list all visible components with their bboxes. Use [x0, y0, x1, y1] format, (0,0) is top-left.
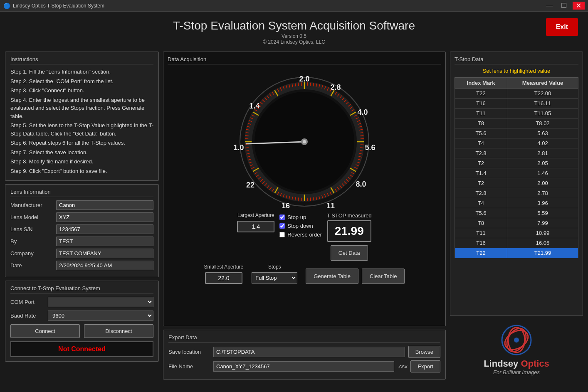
- save-location-input[interactable]: [213, 347, 405, 357]
- stop-down-checkbox[interactable]: [279, 223, 285, 229]
- measured-cell: 10.99: [507, 228, 578, 238]
- file-name-row: File Name .csv Export: [168, 360, 440, 372]
- stop-up-checkbox[interactable]: [279, 214, 285, 220]
- company-row: Company: [10, 249, 153, 258]
- smallest-aperture-col: Smallest Aperture: [204, 264, 244, 284]
- data-acq-title: Data Acquisition: [168, 56, 441, 64]
- index-cell: T8: [455, 218, 507, 228]
- step3: Step 3. Click "Connect" button.: [10, 86, 153, 95]
- file-name-label: File Name: [168, 363, 210, 370]
- stop-up-label: Stop up: [287, 214, 306, 220]
- lens-sn-row: Lens S/N: [10, 224, 153, 234]
- table-row: T16T16.11: [455, 99, 578, 108]
- title-bar-text: Lindsey Optics T-Stop Evaluation System: [13, 3, 104, 9]
- svg-line-74: [310, 197, 311, 201]
- instructions-title: Instructions: [10, 56, 153, 64]
- measured-cell: T21.99: [507, 248, 578, 258]
- index-cell: T16: [455, 99, 507, 108]
- controls-row: Largest Aperture Stop up Stop down Rever: [168, 212, 441, 261]
- version-text: Version 0.5: [0, 33, 588, 39]
- measured-cell: 2.78: [507, 188, 578, 198]
- generate-table-button[interactable]: Generate Table: [306, 269, 358, 284]
- index-cell: T2.8: [455, 188, 507, 198]
- middle-panel: Data Acquisition: [163, 52, 446, 380]
- step7: Step 7. Select the save location.: [10, 148, 153, 157]
- connect-buttons: Connect Disconnect: [10, 324, 153, 338]
- brand-tagline: For Brilliant Images: [493, 369, 540, 375]
- index-cell: T4: [455, 198, 507, 208]
- step1: Step 1. Fill the "Lens Information" sect…: [10, 68, 153, 76]
- disconnect-button[interactable]: Disconnect: [84, 324, 153, 338]
- title-bar: 🔵 Lindsey Optics T-Stop Evaluation Syste…: [0, 0, 588, 12]
- date-input[interactable]: [56, 261, 153, 270]
- index-cell: T16: [455, 238, 507, 248]
- gauge-svg: 2.0 2.8 4.0 5.6 8.0 11 16 22 1.0 1.4: [225, 67, 383, 208]
- table-row: T1110.99: [455, 228, 578, 238]
- com-port-row: COM Port: [10, 297, 153, 307]
- tstop-measured-value: 21.99: [327, 220, 371, 242]
- index-cell: T22: [455, 248, 507, 258]
- lens-info-title: Lens Information: [10, 189, 153, 197]
- measured-cell: T8.02: [507, 118, 578, 128]
- svg-line-78: [298, 197, 299, 201]
- smallest-aperture-input[interactable]: [205, 272, 242, 284]
- manufacturer-row: Manufacturer: [10, 200, 153, 210]
- stop-down-row: Stop down: [279, 223, 321, 229]
- get-data-button[interactable]: Get Data: [331, 245, 368, 261]
- main-header: T-Stop Evaluation System Acquisition Sof…: [0, 12, 588, 48]
- date-label: Date: [10, 262, 56, 269]
- measured-cell: 5.63: [507, 128, 578, 138]
- export-button[interactable]: Export: [410, 360, 440, 372]
- app-icon: 🔵: [3, 2, 10, 9]
- step9: Step 9. Click "Export" button to save fi…: [10, 167, 153, 175]
- largest-aperture-input[interactable]: [237, 221, 274, 232]
- browse-button[interactable]: Browse: [408, 346, 440, 358]
- largest-aperture-col: Largest Aperture: [237, 212, 274, 232]
- stop-up-row: Stop up: [279, 214, 321, 220]
- stops-select[interactable]: Full Stop Half Stop Third Stop: [252, 272, 297, 284]
- right-panel: T-Stop Data Set lens to highlighted valu…: [450, 52, 583, 380]
- svg-text:2.8: 2.8: [330, 83, 341, 91]
- step8: Step 8. Modify file name if desired.: [10, 158, 153, 166]
- svg-point-15: [303, 140, 306, 143]
- svg-line-48: [360, 148, 363, 148]
- maximize-button[interactable]: ☐: [558, 2, 569, 10]
- exit-button[interactable]: Exit: [546, 18, 578, 36]
- minimize-button[interactable]: —: [544, 2, 555, 10]
- manufacturer-label: Manufacturer: [10, 202, 56, 208]
- svg-line-108: [245, 136, 249, 136]
- svg-text:2.0: 2.0: [299, 75, 309, 83]
- lens-model-label: Lens Model: [10, 214, 56, 220]
- manufacturer-input[interactable]: [56, 200, 153, 210]
- smallest-aperture-label: Smallest Aperture: [204, 264, 244, 270]
- left-panel: Instructions Step 1. Fill the "Lens Info…: [5, 52, 159, 380]
- clear-table-button[interactable]: Clear Table: [362, 269, 405, 284]
- svg-text:16: 16: [282, 202, 290, 208]
- by-input[interactable]: [56, 237, 153, 246]
- baud-rate-row: Baud Rate 9600: [10, 311, 153, 321]
- svg-text:11: 11: [326, 202, 335, 208]
- by-label: By: [10, 238, 56, 244]
- file-name-input[interactable]: [213, 361, 394, 372]
- by-row: By: [10, 237, 153, 246]
- connect-button[interactable]: Connect: [10, 324, 80, 338]
- svg-text:1.4: 1.4: [249, 102, 259, 110]
- largest-aperture-label: Largest Aperture: [237, 212, 274, 218]
- company-input[interactable]: [56, 249, 153, 258]
- tstop-instruction: Set lens to highlighted value: [455, 68, 578, 74]
- table-row: T11T11.05: [455, 108, 578, 118]
- table-row: T1616.05: [455, 238, 578, 248]
- lens-sn-input[interactable]: [56, 224, 153, 234]
- reverse-order-checkbox[interactable]: [279, 232, 285, 237]
- svg-text:5.6: 5.6: [365, 143, 375, 152]
- table-row: T5.65.63: [455, 128, 578, 138]
- logo-area: Lindsey Optics For Brilliant Images: [450, 319, 583, 380]
- com-port-select[interactable]: [48, 297, 153, 307]
- close-button[interactable]: ✕: [573, 2, 585, 10]
- com-port-label: COM Port: [10, 299, 48, 305]
- baud-rate-select[interactable]: 9600: [48, 311, 153, 321]
- lens-model-input[interactable]: [56, 212, 153, 222]
- measured-cell: 2.00: [507, 178, 578, 188]
- app-title: T-Stop Evaluation System Acquisition Sof…: [0, 19, 588, 32]
- stops-label: Stops: [268, 264, 281, 270]
